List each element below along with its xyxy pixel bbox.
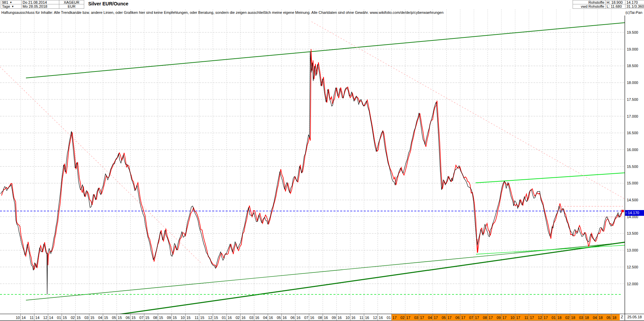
axis-end-date: 25.05.18: [625, 315, 644, 319]
svg-text:01: 01: [222, 316, 226, 320]
low-label: L: 11.680: [606, 4, 625, 9]
svg-text:17: 17: [434, 316, 438, 320]
svg-text:09: 09: [496, 316, 501, 320]
svg-text:11: 11: [30, 316, 33, 320]
svg-text:13.500: 13.500: [627, 231, 638, 235]
svg-text:15: 15: [90, 316, 94, 320]
svg-text:15.500: 15.500: [627, 165, 638, 169]
svg-text:15: 15: [200, 316, 204, 320]
svg-text:16: 16: [365, 316, 369, 320]
svg-text:02: 02: [235, 316, 239, 320]
bars-count-label: 981: [2, 0, 8, 4]
svg-text:15: 15: [159, 316, 163, 320]
svg-text:17: 17: [475, 316, 479, 320]
svg-text:18: 18: [557, 316, 561, 320]
svg-text:18: 18: [585, 316, 589, 320]
period-label: Tage: [2, 4, 10, 8]
svg-text:02: 02: [565, 316, 569, 320]
svg-text:10: 10: [510, 316, 514, 320]
svg-text:01: 01: [57, 316, 61, 320]
svg-text:16: 16: [351, 316, 355, 320]
svg-text:16: 16: [310, 316, 314, 320]
svg-text:07: 07: [304, 316, 308, 320]
svg-text:15: 15: [76, 316, 80, 320]
svg-text:12: 12: [373, 316, 377, 320]
svg-text:04: 04: [428, 316, 432, 320]
currency-label: EUR: [59, 4, 84, 9]
zoom-marker-label: Z: [620, 315, 624, 319]
svg-text:17: 17: [406, 316, 410, 320]
svg-text:14: 14: [22, 316, 26, 320]
period-dropdown[interactable]: Tage▼: [1, 4, 22, 9]
date-to-field[interactable]: Mo 28.05.2018: [22, 4, 59, 9]
date-from-field[interactable]: Do 21.08.2014: [22, 0, 59, 4]
svg-text:15: 15: [186, 316, 190, 320]
svg-text:14.500: 14.500: [627, 198, 638, 202]
svg-text:04: 04: [263, 316, 267, 320]
svg-text:18: 18: [612, 316, 616, 320]
svg-text:10: 10: [181, 316, 185, 320]
svg-text:17: 17: [503, 316, 507, 320]
svg-text:16: 16: [296, 316, 300, 320]
svg-text:17: 17: [461, 316, 465, 320]
svg-text:07: 07: [469, 316, 473, 320]
svg-text:12.000: 12.000: [627, 282, 638, 286]
svg-text:17: 17: [489, 316, 493, 320]
svg-text:09: 09: [332, 316, 336, 320]
svg-text:07: 07: [139, 316, 143, 320]
taipan-chart-window: { "header": { "bars_count": "981", "peri…: [0, 0, 644, 321]
high-label: H: 18.900: [606, 0, 625, 4]
svg-text:18: 18: [571, 316, 575, 320]
svg-text:09: 09: [167, 316, 171, 320]
svg-text:15: 15: [173, 316, 177, 320]
symbol-label: XAGEUR: [59, 0, 84, 4]
svg-text:12: 12: [43, 316, 47, 320]
disclaimer-text: Haftungsausschluss für Inhalte: Alle Tre…: [1, 10, 444, 14]
svg-text:03: 03: [249, 316, 253, 320]
svg-text:15: 15: [131, 316, 135, 320]
svg-text:16: 16: [269, 316, 273, 320]
svg-text:15.000: 15.000: [627, 181, 638, 185]
svg-text:18.500: 18.500: [627, 64, 638, 68]
svg-text:16: 16: [242, 316, 246, 320]
svg-text:01: 01: [552, 316, 556, 320]
svg-text:08: 08: [483, 316, 487, 320]
taipan-watermark: (c)Tai-Pan: [625, 10, 642, 14]
svg-text:10: 10: [16, 316, 20, 320]
svg-text:02: 02: [71, 316, 75, 320]
svg-text:03: 03: [414, 316, 418, 320]
svg-text:19.500: 19.500: [627, 30, 638, 34]
page-title: Silver EUR/Ounce: [87, 1, 130, 6]
svg-text:16.000: 16.000: [627, 148, 638, 152]
current-price-tag: 14.170: [625, 210, 644, 216]
bars-count-dropdown[interactable]: 981▼: [1, 0, 22, 4]
svg-text:06: 06: [455, 316, 459, 320]
group-label: Rohstoffe: [573, 0, 606, 4]
svg-text:05: 05: [277, 316, 281, 320]
svg-text:06: 06: [126, 316, 130, 320]
svg-text:17.000: 17.000: [627, 114, 638, 118]
svg-text:17: 17: [516, 316, 520, 320]
svg-text:01: 01: [387, 316, 391, 320]
svg-text:16: 16: [228, 316, 232, 320]
svg-text:05: 05: [607, 316, 611, 320]
svg-text:12: 12: [538, 316, 542, 320]
svg-text:08: 08: [153, 316, 157, 320]
svg-text:19.000: 19.000: [627, 47, 638, 51]
svg-text:05: 05: [112, 316, 116, 320]
svg-text:12.500: 12.500: [627, 265, 638, 269]
svg-text:17: 17: [420, 316, 424, 320]
svg-text:04: 04: [593, 316, 597, 320]
svg-text:17: 17: [447, 316, 451, 320]
feed-label: vwd Rohstoffe: [573, 4, 606, 9]
price-chart-canvas[interactable]: 1014111412140115021503150415051506150715…: [0, 0, 644, 321]
svg-text:15: 15: [214, 316, 218, 320]
svg-text:11: 11: [359, 316, 363, 320]
svg-text:17: 17: [544, 316, 548, 320]
svg-text:12: 12: [208, 316, 212, 320]
svg-text:15: 15: [63, 316, 67, 320]
svg-text:16: 16: [379, 316, 383, 320]
svg-text:05: 05: [442, 316, 446, 320]
svg-text:11: 11: [195, 316, 198, 320]
svg-text:14: 14: [49, 316, 53, 320]
